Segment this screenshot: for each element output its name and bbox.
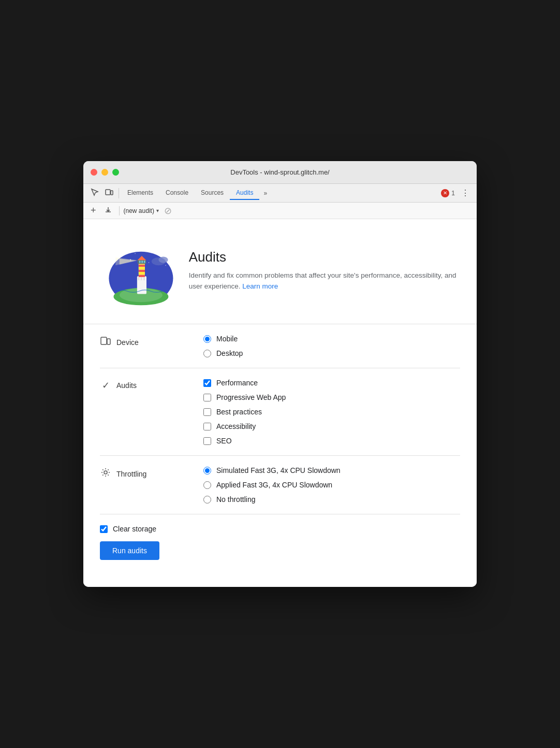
audit-performance-option[interactable]: Performance [203, 379, 460, 387]
throttle-none-option[interactable]: No throttling [203, 495, 460, 504]
device-mobile-option[interactable]: Mobile [203, 335, 460, 343]
audit-best-practices-option[interactable]: Best practices [203, 408, 460, 416]
clear-storage-checkbox[interactable] [100, 525, 108, 533]
devtools-tabs-bar: Elements Console Sources Audits » ✕ 1 ⋮ [83, 184, 477, 203]
tab-error-section: ✕ 1 [441, 189, 455, 197]
run-audits-button[interactable]: Run audits [100, 541, 159, 560]
svg-rect-26 [139, 261, 141, 263]
svg-rect-20 [139, 269, 145, 272]
svg-point-5 [165, 265, 166, 266]
main-content: Audits Identify and fix common problems … [83, 219, 477, 587]
audit-accessibility-option[interactable]: Accessibility [203, 422, 460, 430]
gear-icon [100, 467, 111, 480]
close-button[interactable] [91, 169, 97, 176]
svg-rect-16 [141, 277, 142, 280]
svg-point-6 [135, 253, 136, 254]
throttling-options: Simulated Fast 3G, 4x CPU Slowdown Appli… [203, 466, 460, 504]
audits-heading: Audits [189, 249, 460, 265]
throttle-applied-radio[interactable] [203, 481, 211, 489]
throttling-setting-row: Throttling Simulated Fast 3G, 4x CPU Slo… [100, 456, 460, 514]
more-options-icon[interactable]: ⋮ [458, 186, 473, 200]
window-controls [91, 169, 119, 176]
svg-rect-33 [107, 339, 110, 344]
device-setting-row: Device Mobile Desktop [100, 324, 460, 368]
svg-rect-0 [106, 190, 110, 195]
maximize-button[interactable] [112, 169, 119, 176]
svg-point-4 [160, 255, 161, 256]
svg-rect-32 [101, 337, 107, 344]
error-badge-icon: ✕ [441, 189, 449, 197]
titlebar: DevTools - wind-sprout.glitch.me/ [83, 161, 477, 184]
audit-performance-checkbox[interactable] [203, 379, 211, 387]
tab-sources[interactable]: Sources [195, 186, 230, 200]
device-label: Device [100, 335, 203, 349]
learn-more-link[interactable]: Learn more [242, 282, 278, 290]
svg-rect-24 [139, 272, 145, 275]
audits-setting-row: ✓ Audits Performance Progressive Web App… [100, 368, 460, 456]
device-toggle-icon[interactable] [102, 186, 116, 200]
audits-label: ✓ Audits [100, 379, 203, 391]
audit-best-practices-checkbox[interactable] [203, 408, 211, 416]
window-title: DevTools - wind-sprout.glitch.me/ [230, 168, 329, 176]
svg-point-11 [158, 257, 168, 263]
device-desktop-option[interactable]: Desktop [203, 349, 460, 357]
subtoolbar: + (new audit) ▾ ⊘ [83, 203, 477, 219]
inspect-icon[interactable] [87, 186, 102, 200]
tab-divider [119, 188, 119, 198]
audit-accessibility-checkbox[interactable] [203, 423, 211, 430]
devtools-window: DevTools - wind-sprout.glitch.me/ Elemen… [83, 161, 477, 587]
svg-point-34 [104, 471, 107, 474]
device-options: Mobile Desktop [203, 335, 460, 357]
audit-selector[interactable]: (new audit) ▾ [124, 207, 159, 214]
throttle-simulated-option[interactable]: Simulated Fast 3G, 4x CPU Slowdown [203, 466, 460, 474]
svg-rect-17 [143, 277, 145, 280]
audit-seo-option[interactable]: SEO [203, 437, 460, 445]
svg-point-7 [154, 251, 155, 252]
device-desktop-radio[interactable] [203, 350, 211, 357]
download-button[interactable] [101, 205, 115, 216]
audits-options: Performance Progressive Web App Best pra… [203, 379, 460, 445]
throttling-label: Throttling [100, 466, 203, 480]
device-icon [100, 336, 111, 349]
audit-pwa-checkbox[interactable] [203, 394, 211, 401]
audit-select-label: (new audit) [124, 207, 154, 214]
minimize-button[interactable] [101, 169, 108, 176]
svg-rect-23 [139, 267, 145, 269]
audit-pwa-option[interactable]: Progressive Web App [203, 393, 460, 401]
throttle-applied-option[interactable]: Applied Fast 3G, 4x CPU Slowdown [203, 481, 460, 489]
svg-rect-19 [139, 265, 145, 267]
svg-rect-21 [139, 275, 145, 277]
tab-elements[interactable]: Elements [121, 186, 159, 200]
clear-audit-button[interactable]: ⊘ [161, 204, 175, 218]
svg-rect-1 [111, 191, 113, 195]
audits-description: Identify and fix common problems that af… [189, 270, 460, 292]
hero-section: Audits Identify and fix common problems … [100, 232, 460, 309]
svg-rect-15 [138, 277, 139, 280]
device-mobile-radio[interactable] [203, 335, 211, 343]
clear-storage-option[interactable]: Clear storage [100, 525, 460, 533]
bottom-section: Clear storage Run audits [100, 514, 460, 570]
checkmark-icon: ✓ [100, 380, 111, 391]
svg-point-8 [149, 262, 150, 263]
sub-divider [119, 206, 120, 215]
svg-rect-28 [144, 261, 145, 263]
throttle-none-radio[interactable] [203, 496, 211, 504]
audit-seo-checkbox[interactable] [203, 437, 211, 445]
svg-rect-27 [141, 261, 143, 263]
tab-audits[interactable]: Audits [230, 186, 259, 200]
chevron-down-icon: ▾ [156, 208, 159, 213]
add-audit-button[interactable]: + [87, 204, 99, 217]
lighthouse-illustration [100, 232, 174, 309]
tab-console[interactable]: Console [159, 186, 195, 200]
throttle-simulated-radio[interactable] [203, 467, 211, 474]
hero-text-section: Audits Identify and fix common problems … [189, 249, 460, 292]
error-count: 1 [451, 190, 455, 197]
tab-more[interactable]: » [259, 188, 271, 199]
